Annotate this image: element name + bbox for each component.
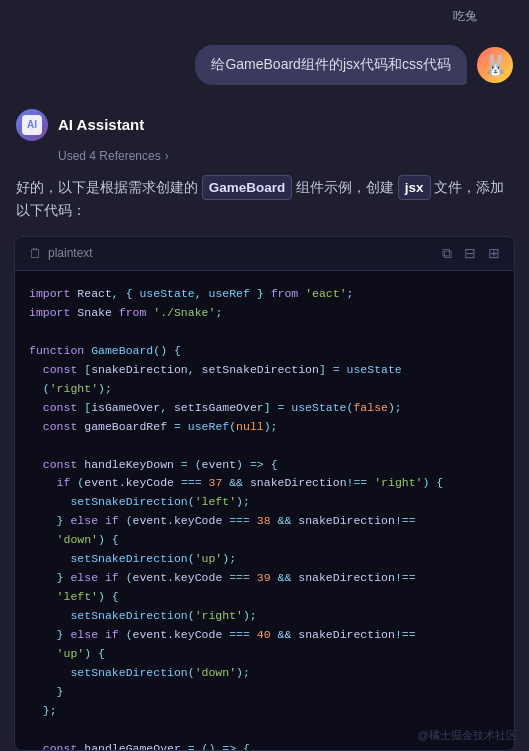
response-text-mid: 组件示例，创建	[296, 180, 394, 195]
username-label: 吃兔	[0, 0, 529, 25]
code-block-actions: ⧉ ⊟ ⊞	[442, 245, 500, 262]
user-avatar: 🐰	[477, 47, 513, 83]
watermark: @橘士掘金技术社区	[418, 728, 517, 743]
user-message-text: 给GameBoard组件的jsx代码和css代码	[211, 56, 451, 72]
user-message-area: 给GameBoard组件的jsx代码和css代码 🐰	[0, 27, 529, 97]
highlight-gameboard: GameBoard	[202, 175, 293, 201]
code-pre: import React, { useState, useRef } from …	[29, 285, 500, 750]
lang-text: plaintext	[48, 246, 93, 260]
response-text-before: 好的，以下是根据需求创建的	[16, 180, 198, 195]
code-block-header: 🗒 plaintext ⧉ ⊟ ⊞	[15, 237, 514, 271]
copy-button[interactable]: ⧉	[442, 245, 452, 262]
code-content: import React, { useState, useRef } from …	[15, 271, 514, 750]
code-lang-label: 🗒 plaintext	[29, 246, 93, 261]
references-text: Used 4 References	[58, 149, 161, 163]
highlight-jsx: jsx	[398, 175, 431, 201]
ai-header: AI AI Assistant	[16, 109, 513, 141]
expand-button[interactable]: ⊞	[488, 245, 500, 261]
chat-container: 吃兔 给GameBoard组件的jsx代码和css代码 🐰 AI AI Assi…	[0, 0, 529, 751]
watermark-text: @橘士掘金技术社区	[418, 729, 517, 741]
ai-response-text: 好的，以下是根据需求创建的 GameBoard 组件示例，创建 jsx 文件，添…	[0, 169, 529, 232]
code-block: 🗒 plaintext ⧉ ⊟ ⊞ import React, { useSta…	[14, 236, 515, 751]
ai-section: AI AI Assistant Used 4 References ›	[0, 97, 529, 169]
user-message-bubble: 给GameBoard组件的jsx代码和css代码	[195, 45, 467, 85]
collapse-button[interactable]: ⊟	[464, 245, 476, 261]
document-icon: 🗒	[29, 246, 42, 261]
ai-name-label: AI Assistant	[58, 116, 144, 133]
chevron-right-icon: ›	[165, 149, 169, 163]
references-row[interactable]: Used 4 References ›	[16, 145, 513, 169]
username-text: 吃兔	[453, 9, 477, 23]
avatar-emoji: 🐰	[483, 53, 508, 77]
ai-avatar-icon: AI	[16, 109, 48, 141]
ai-logo: AI	[22, 115, 42, 135]
